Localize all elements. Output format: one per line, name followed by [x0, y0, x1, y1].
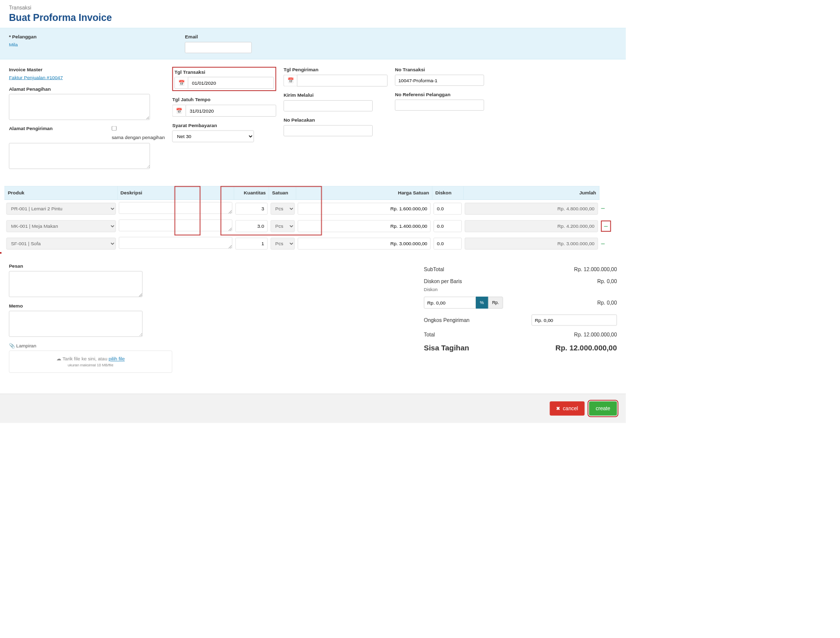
- no-transaksi-label: No Transaksi: [395, 67, 499, 72]
- sama-dengan-checkbox[interactable]: [112, 126, 117, 131]
- close-icon: ✖: [556, 406, 560, 412]
- alamat-pengiriman-input[interactable]: [9, 143, 150, 169]
- diskon-baris-label: Diskon per Baris: [424, 278, 462, 284]
- pelanggan-value[interactable]: Mila: [9, 42, 36, 47]
- table-row: SF-001 | Sofa Pcs −: [4, 235, 613, 252]
- no-transaksi-input[interactable]: [395, 75, 484, 86]
- diskon-rp-button[interactable]: Rp.: [488, 297, 503, 309]
- line-items-table: Produk Deskripsi Kuantitas Satuan Harga …: [4, 186, 613, 252]
- sisa-tagihan-label: Sisa Tagihan: [424, 343, 469, 352]
- diskon-baris-value: Rp. 0,00: [597, 278, 617, 284]
- lampiran-label: Lampiran: [16, 343, 36, 348]
- diskon-row-input[interactable]: [433, 220, 461, 232]
- kuantitas-input[interactable]: [236, 220, 268, 232]
- satuan-select[interactable]: Pcs: [271, 220, 295, 232]
- syarat-label: Syarat Pembayaran: [172, 123, 277, 128]
- diskon-percent-button[interactable]: %: [476, 297, 488, 309]
- pesan-label: Pesan: [9, 263, 150, 269]
- satuan-select[interactable]: Pcs: [271, 237, 295, 249]
- jumlah-value: [465, 220, 598, 232]
- pilih-file-link[interactable]: pilih file: [109, 356, 125, 361]
- syarat-select[interactable]: Net 30: [172, 130, 254, 142]
- tgl-jatuh-tempo-label: Tgl Jatuh Tempo: [172, 97, 277, 102]
- jumlah-value: [465, 237, 598, 249]
- table-row: PR-001 | Lemari 2 Pintu Pcs −: [4, 199, 613, 217]
- alamat-penagihan-label: Alamat Penagihan: [9, 86, 165, 92]
- produk-select[interactable]: MK-001 | Meja Makan: [6, 220, 116, 232]
- total-label: Total: [424, 331, 435, 337]
- diskon-row-input[interactable]: [433, 237, 461, 249]
- calendar-icon[interactable]: 📅: [174, 77, 188, 89]
- produk-select[interactable]: SF-001 | Sofa: [6, 237, 116, 249]
- subtotal-value: Rp. 12.000.000,00: [574, 266, 617, 272]
- cloud-upload-icon: ☁: [56, 356, 61, 361]
- no-ref-label: No Referensi Pelanggan: [395, 92, 499, 97]
- memo-label: Memo: [9, 303, 150, 309]
- diskon-row-input[interactable]: [433, 202, 461, 214]
- calendar-icon[interactable]: 📅: [172, 105, 186, 117]
- tgl-pengiriman-label: Tgl Pengiriman: [283, 67, 388, 72]
- pesan-input[interactable]: [9, 271, 142, 297]
- diskon-label: Diskon: [424, 287, 617, 292]
- harga-input[interactable]: [297, 202, 430, 214]
- memo-input[interactable]: [9, 311, 142, 337]
- breadcrumb: Transaksi: [9, 4, 617, 10]
- harga-input[interactable]: [297, 237, 430, 249]
- remove-row-icon[interactable]: −: [601, 204, 605, 212]
- email-label: Email: [185, 34, 252, 40]
- satuan-select[interactable]: Pcs: [271, 202, 295, 214]
- pelanggan-label: * Pelanggan: [9, 34, 36, 40]
- email-input[interactable]: [185, 42, 252, 53]
- sama-dengan-label: sama dengan penagihan: [112, 135, 165, 140]
- deskripsi-input[interactable]: [119, 219, 233, 231]
- remove-row-icon[interactable]: −: [601, 220, 611, 231]
- sisa-tagihan-value: Rp. 12.000.000,00: [556, 343, 617, 352]
- remove-row-icon[interactable]: −: [601, 239, 605, 247]
- page-title: Buat Proforma Invoice: [9, 12, 617, 23]
- kirim-melalui-input[interactable]: [283, 100, 373, 111]
- cancel-button[interactable]: ✖ cancel: [550, 401, 584, 415]
- file-drop-zone[interactable]: ☁ Tarik file ke sini, atau pilih file uk…: [9, 350, 172, 373]
- col-jumlah: Jumlah: [463, 186, 599, 200]
- table-row: MK-001 | Meja Makan Pcs −: [4, 217, 613, 235]
- diskon-input[interactable]: [424, 297, 476, 309]
- create-button[interactable]: create: [589, 401, 617, 415]
- col-produk: Produk: [4, 186, 117, 200]
- diskon-value: Rp. 0,00: [597, 300, 617, 306]
- tgl-pengiriman-input[interactable]: [297, 75, 388, 87]
- jumlah-value: [465, 202, 598, 214]
- invoice-master-label: Invoice Master: [9, 67, 165, 72]
- col-harga: Harga Satuan: [296, 186, 432, 200]
- kuantitas-input[interactable]: [236, 202, 268, 214]
- total-value: Rp. 12.000.000,00: [574, 331, 617, 337]
- invoice-master-link[interactable]: Faktur Penjualan #10047: [9, 75, 165, 80]
- ongkos-input[interactable]: [532, 315, 617, 325]
- no-pelacakan-input[interactable]: [283, 125, 373, 136]
- alamat-penagihan-input[interactable]: [9, 94, 150, 120]
- no-pelacakan-label: No Pelacakan: [283, 117, 388, 123]
- col-kuantitas: Kuantitas: [234, 186, 269, 200]
- paperclip-icon: 📎: [9, 343, 15, 348]
- kuantitas-input[interactable]: [236, 237, 268, 249]
- tgl-jatuh-tempo-input[interactable]: [186, 105, 277, 117]
- no-ref-input[interactable]: [395, 100, 484, 111]
- tgl-transaksi-label: Tgl Transaksi: [174, 69, 274, 75]
- deskripsi-input[interactable]: [119, 237, 233, 249]
- col-deskripsi: Deskripsi: [118, 186, 234, 200]
- tgl-transaksi-input[interactable]: [188, 77, 274, 89]
- calendar-icon[interactable]: 📅: [283, 75, 297, 87]
- produk-select[interactable]: PR-001 | Lemari 2 Pintu: [6, 202, 116, 214]
- ongkos-label: Ongkos Pengiriman: [424, 317, 470, 323]
- col-diskon: Diskon: [432, 186, 463, 200]
- kirim-melalui-label: Kirim Melalui: [283, 93, 388, 98]
- deskripsi-input[interactable]: [119, 202, 233, 214]
- harga-input[interactable]: [297, 220, 430, 232]
- subtotal-label: SubTotal: [424, 266, 444, 272]
- col-satuan: Satuan: [269, 186, 296, 200]
- alamat-pengiriman-label: Alamat Pengiriman: [9, 126, 101, 132]
